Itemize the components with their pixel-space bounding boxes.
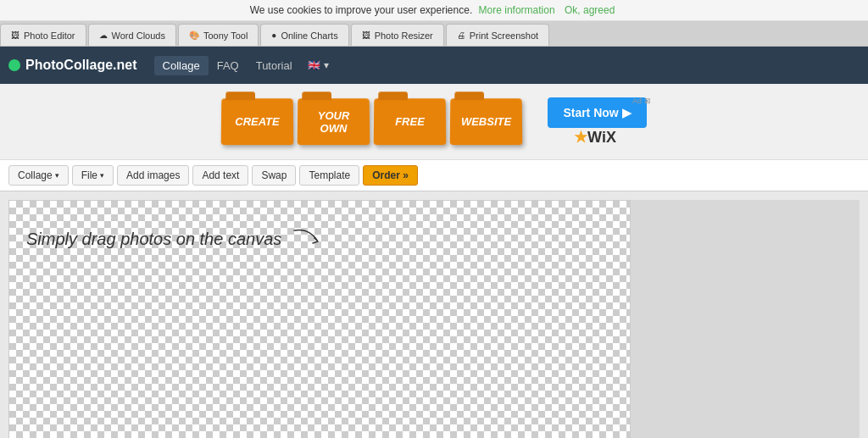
cookie-bar: We use cookies to improve your user expe… (0, 0, 868, 21)
ad-banner: CREATE YOUROWN FREE WEBSITE Start Now ▶ … (0, 84, 868, 160)
agreed-link[interactable]: Ok, agreed (565, 4, 615, 16)
word-clouds-icon: ☁ (99, 30, 108, 40)
logo-dot (8, 59, 20, 71)
logo-text: PhotoCollage.net (25, 58, 137, 73)
toolbar: Collage ▾ File ▾ Add images Add text Swa… (0, 160, 868, 191)
tab-photo-resizer[interactable]: 🖼 Photo Resizer (351, 24, 444, 46)
folder-website: WEBSITE (450, 98, 523, 145)
canvas-background: Simply drag photos on the canvas (9, 201, 630, 438)
more-info-link[interactable]: More information (479, 4, 555, 16)
wix-star: ★ (574, 129, 587, 146)
nav-collage[interactable]: Collage (154, 56, 209, 75)
resizer-icon: 🖼 (362, 30, 370, 40)
add-images-label: Add images (126, 169, 180, 181)
logo[interactable]: PhotoCollage.net (8, 58, 137, 73)
drag-arrow-icon (292, 226, 331, 252)
folder-free: FREE (374, 98, 447, 145)
order-button[interactable]: Order » (363, 165, 418, 186)
drag-hint: Simply drag photos on the canvas (26, 226, 331, 252)
add-images-button[interactable]: Add images (117, 165, 189, 186)
wix-logo: ★WiX (574, 128, 616, 147)
tab-label: Word Clouds (112, 30, 165, 41)
file-button[interactable]: File ▾ (72, 165, 114, 186)
ad-folder-free: FREE (374, 97, 446, 147)
start-btn-label: Start Now ▶ (563, 106, 631, 119)
wix-text: WiX (587, 129, 616, 146)
add-text-button[interactable]: Add text (192, 165, 248, 186)
nav-faq[interactable]: FAQ (209, 56, 248, 75)
collage-chevron: ▾ (55, 171, 59, 180)
flag-icon: 🇬🇧 (308, 59, 320, 71)
browser-tab-bar: 🖼 Photo Editor ☁ Word Clouds 🎨 Toony Too… (0, 21, 868, 47)
swap-label: Swap (261, 169, 287, 181)
tab-photo-editor[interactable]: 🖼 Photo Editor (0, 24, 86, 46)
ad-folder-website: WEBSITE (450, 97, 522, 147)
lang-selector[interactable]: 🇬🇧 ▾ (301, 56, 336, 75)
tab-label: Online Charts (281, 30, 337, 41)
ad-right-section: Start Now ▶ ★WiX (539, 97, 646, 147)
tab-label: Photo Resizer (375, 30, 433, 41)
swap-button[interactable]: Swap (252, 165, 296, 186)
collage-button[interactable]: Collage ▾ (8, 165, 69, 186)
site-nav: PhotoCollage.net Collage FAQ Tutorial 🇬🇧… (0, 47, 868, 84)
nav-tutorial[interactable]: Tutorial (248, 56, 301, 75)
lang-label: ▾ (324, 59, 329, 71)
template-label: Template (309, 169, 350, 181)
file-chevron: ▾ (100, 171, 104, 180)
toony-icon: 🎨 (189, 30, 199, 40)
ad-folder-your-own: YOUROWN (298, 97, 370, 147)
canvas-container[interactable]: Simply drag photos on the canvas (8, 200, 631, 438)
print-icon: 🖨 (457, 30, 465, 40)
ad-content: CREATE YOUROWN FREE WEBSITE Start Now ▶ … (221, 97, 646, 147)
tab-label: Photo Editor (24, 30, 75, 41)
main-area: Simply drag photos on the canvas (0, 191, 868, 438)
charts-icon: ● (271, 30, 276, 40)
template-button[interactable]: Template (299, 165, 359, 186)
folder-create: CREATE (221, 98, 294, 145)
ad-label: Ad ⊠ (632, 97, 651, 105)
drag-hint-text: Simply drag photos on the canvas (26, 230, 281, 249)
tab-online-charts[interactable]: ● Online Charts (260, 24, 348, 46)
photo-editor-icon: 🖼 (11, 30, 19, 40)
tab-label: Toony Tool (203, 30, 248, 41)
cookie-text: We use cookies to improve your user expe… (250, 4, 473, 16)
folder-your-own: YOUROWN (298, 98, 370, 145)
right-panel (631, 200, 860, 438)
add-text-label: Add text (202, 169, 239, 181)
tab-word-clouds[interactable]: ☁ Word Clouds (88, 24, 176, 46)
collage-label: Collage (18, 169, 53, 181)
ad-folder-create: CREATE (221, 97, 293, 147)
order-label: Order » (372, 169, 409, 181)
tab-label: Print Screenshot (470, 30, 538, 41)
tab-toony-tool[interactable]: 🎨 Toony Tool (178, 24, 259, 46)
tab-print-screenshot[interactable]: 🖨 Print Screenshot (446, 24, 549, 46)
file-label: File (81, 169, 97, 181)
